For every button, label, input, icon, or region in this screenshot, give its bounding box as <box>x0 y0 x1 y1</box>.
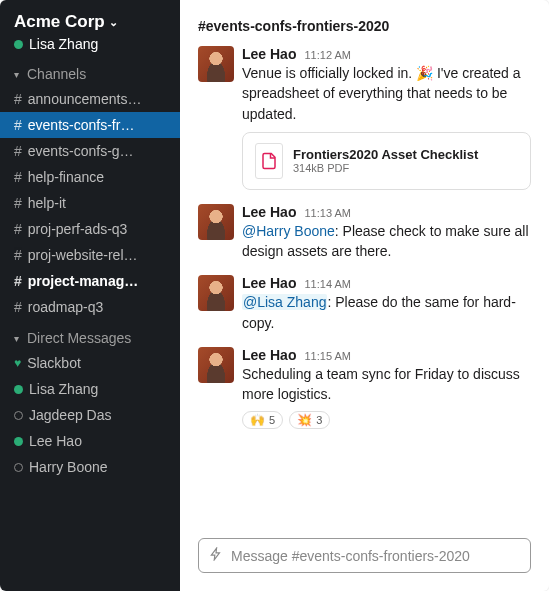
app-root: Acme Corp ⌄ Lisa Zhang Channels #announc… <box>0 0 549 591</box>
dm-item[interactable]: Harry Boone <box>0 454 180 480</box>
reaction-emoji-icon: 🙌 <box>250 413 265 427</box>
avatar[interactable] <box>198 204 234 240</box>
channel-label: proj-website-rel… <box>28 244 138 266</box>
reaction-count: 5 <box>269 414 275 426</box>
channel-header[interactable]: #events-confs-frontiers-2020 <box>180 0 549 46</box>
reaction[interactable]: 🙌5 <box>242 411 283 429</box>
reaction-emoji-icon: 💥 <box>297 413 312 427</box>
channel-item[interactable]: #events-confs-g… <box>0 138 180 164</box>
message-composer[interactable] <box>198 538 531 573</box>
hash-icon: # <box>14 192 22 214</box>
mention[interactable]: @Lisa Zhang <box>242 294 327 310</box>
channel-item[interactable]: #proj-perf-ads-q3 <box>0 216 180 242</box>
hash-icon: # <box>14 88 22 110</box>
file-attachment[interactable]: Frontiers2020 Asset Checklist314kB PDF <box>242 132 531 190</box>
party-emoji-icon: 🎉 <box>416 65 433 81</box>
chevron-down-icon: ⌄ <box>109 16 118 29</box>
hash-icon: # <box>14 166 22 188</box>
channel-label: events-confs-fr… <box>28 114 135 136</box>
dm-list: ♥SlackbotLisa ZhangJagdeep DasLee HaoHar… <box>0 350 180 480</box>
channel-list: #announcements…#events-confs-fr…#events-… <box>0 86 180 320</box>
reaction[interactable]: 💥3 <box>289 411 330 429</box>
message-text: Venue is officially locked in. 🎉 I've cr… <box>242 63 531 124</box>
dm-label: Jagdeep Das <box>29 404 112 426</box>
heart-icon: ♥ <box>14 352 21 374</box>
message: Lee Hao11:12 AMVenue is officially locke… <box>198 46 531 190</box>
channel-name: #events-confs-frontiers-2020 <box>198 18 389 34</box>
avatar[interactable] <box>198 46 234 82</box>
hash-icon: # <box>14 270 22 292</box>
message-input[interactable] <box>231 548 520 564</box>
message-author[interactable]: Lee Hao <box>242 275 296 291</box>
dm-item[interactable]: Jagdeep Das <box>0 402 180 428</box>
workspace-name: Acme Corp <box>14 12 105 32</box>
dm-label: Harry Boone <box>29 456 108 478</box>
presence-dot-icon <box>14 40 23 49</box>
message: Lee Hao11:13 AM@Harry Boone: Please chec… <box>198 204 531 262</box>
channel-item[interactable]: #events-confs-fr… <box>0 112 180 138</box>
workspace-header: Acme Corp ⌄ Lisa Zhang <box>0 0 180 56</box>
presence-away-icon <box>14 463 23 472</box>
message-text: @Lisa Zhang: Please do the same for hard… <box>242 292 531 333</box>
channel-item[interactable]: #project-manag… <box>0 268 180 294</box>
pdf-icon <box>255 143 283 179</box>
channel-item[interactable]: #proj-website-rel… <box>0 242 180 268</box>
dm-item[interactable]: ♥Slackbot <box>0 350 180 376</box>
avatar[interactable] <box>198 275 234 311</box>
message-time: 11:14 AM <box>304 278 350 290</box>
presence-online-icon <box>14 385 23 394</box>
channel-label: help-finance <box>28 166 104 188</box>
channel-item[interactable]: #help-finance <box>0 164 180 190</box>
shortcuts-icon[interactable] <box>209 547 223 564</box>
avatar[interactable] <box>198 347 234 383</box>
mention[interactable]: @Harry Boone <box>242 223 335 239</box>
channel-label: announcements… <box>28 88 142 110</box>
dm-label: Lee Hao <box>29 430 82 452</box>
message-time: 11:13 AM <box>304 207 350 219</box>
channel-item[interactable]: #announcements… <box>0 86 180 112</box>
message-time: 11:12 AM <box>304 49 350 61</box>
sidebar: Acme Corp ⌄ Lisa Zhang Channels #announc… <box>0 0 180 591</box>
presence-online-icon <box>14 437 23 446</box>
channel-label: help-it <box>28 192 66 214</box>
channel-item[interactable]: #help-it <box>0 190 180 216</box>
message-author[interactable]: Lee Hao <box>242 347 296 363</box>
channel-label: events-confs-g… <box>28 140 134 162</box>
channel-label: project-manag… <box>28 270 138 292</box>
dm-item[interactable]: Lisa Zhang <box>0 376 180 402</box>
channel-label: proj-perf-ads-q3 <box>28 218 128 240</box>
dms-section-header[interactable]: Direct Messages <box>0 320 180 350</box>
workspace-switcher[interactable]: Acme Corp ⌄ <box>14 12 166 32</box>
hash-icon: # <box>14 244 22 266</box>
message-author[interactable]: Lee Hao <box>242 204 296 220</box>
channels-label: Channels <box>27 66 86 82</box>
current-user-name: Lisa Zhang <box>29 36 98 52</box>
dm-label: Slackbot <box>27 352 81 374</box>
hash-icon: # <box>14 218 22 240</box>
attachment-title: Frontiers2020 Asset Checklist <box>293 147 478 162</box>
message: Lee Hao11:15 AMScheduling a team sync fo… <box>198 347 531 429</box>
dm-label: Lisa Zhang <box>29 378 98 400</box>
message-author[interactable]: Lee Hao <box>242 46 296 62</box>
hash-icon: # <box>14 296 22 318</box>
message-text: @Harry Boone: Please check to make sure … <box>242 221 531 262</box>
channel-label: roadmap-q3 <box>28 296 104 318</box>
dms-label: Direct Messages <box>27 330 131 346</box>
message-time: 11:15 AM <box>304 350 350 362</box>
reaction-bar: 🙌5💥3 <box>242 411 531 429</box>
channels-section-header[interactable]: Channels <box>0 56 180 86</box>
message-text: Scheduling a team sync for Friday to dis… <box>242 364 531 405</box>
dm-item[interactable]: Lee Hao <box>0 428 180 454</box>
hash-icon: # <box>14 114 22 136</box>
presence-away-icon <box>14 411 23 420</box>
channel-item[interactable]: #roadmap-q3 <box>0 294 180 320</box>
message-list: Lee Hao11:12 AMVenue is officially locke… <box>180 46 549 530</box>
attachment-meta: 314kB PDF <box>293 162 478 174</box>
main-pane: #events-confs-frontiers-2020 Lee Hao11:1… <box>180 0 549 591</box>
hash-icon: # <box>14 140 22 162</box>
current-user[interactable]: Lisa Zhang <box>14 36 166 52</box>
reaction-count: 3 <box>316 414 322 426</box>
message: Lee Hao11:14 AM@Lisa Zhang: Please do th… <box>198 275 531 333</box>
